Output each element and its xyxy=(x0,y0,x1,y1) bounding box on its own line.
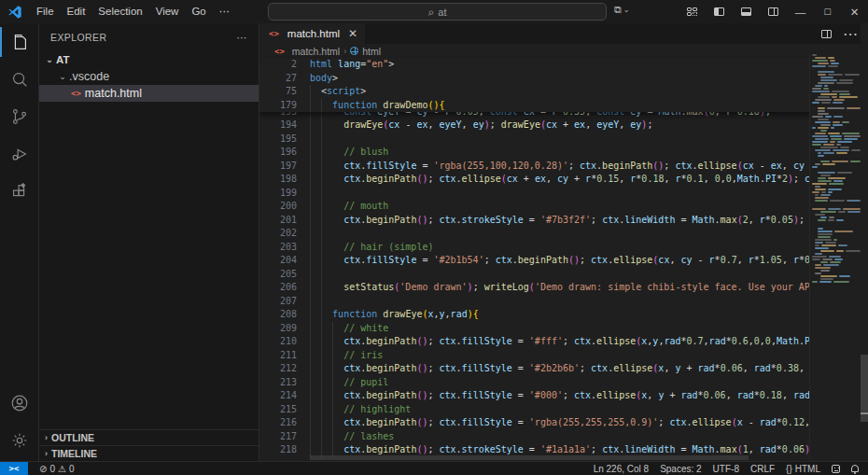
code-line[interactable]: 209 // white xyxy=(259,322,868,336)
line-number[interactable]: 212 xyxy=(259,362,297,376)
line-number[interactable]: 213 xyxy=(259,376,297,390)
sticky-line[interactable]: 27body> xyxy=(259,72,868,86)
line-number[interactable]: 205 xyxy=(259,268,297,282)
line-number[interactable]: 197 xyxy=(259,160,297,174)
editor-more-icon[interactable]: ⋯ xyxy=(843,25,859,43)
code-line[interactable]: 196 // blush xyxy=(259,146,868,160)
timeline-section[interactable]: › TIMELINE xyxy=(39,445,259,461)
line-number[interactable]: 204 xyxy=(259,254,297,268)
explorer-more-icon[interactable]: ⋯ xyxy=(237,32,248,43)
code-line[interactable]: 198 ctx.beginPath(); ctx.ellipse(cx + ex… xyxy=(259,173,868,187)
toggle-secondary-sidebar-icon[interactable] xyxy=(760,0,787,23)
line-number[interactable]: 201 xyxy=(259,214,297,228)
tree-item-match-html[interactable]: <>match.html xyxy=(39,85,259,102)
code-line[interactable]: 206 setStatus('Demo drawn'); writeLog('D… xyxy=(259,281,868,295)
code-line[interactable]: 208 function drawEye(x,y,rad){ xyxy=(259,308,868,322)
code-line[interactable]: 207 xyxy=(259,295,868,309)
tab-match-html[interactable]: <> match.html ✕ xyxy=(259,23,365,44)
horizontal-scrollbar-thumb[interactable] xyxy=(310,455,749,460)
code-line[interactable]: 197 ctx.fillStyle = 'rgba(255,100,120,0.… xyxy=(259,160,868,174)
line-number[interactable]: 196 xyxy=(259,146,297,160)
code-line[interactable]: 212 ctx.beginPath(); ctx.fillStyle = '#2… xyxy=(259,362,868,376)
breadcrumb[interactable]: <> match.html › html xyxy=(259,44,868,58)
layout-dropdown[interactable]: ⧉ ⌄ xyxy=(614,4,630,16)
remote-indicator[interactable]: >< xyxy=(0,462,28,475)
menu-more[interactable]: ⋯ xyxy=(213,0,237,23)
problems-status[interactable]: ⊘ 0 ⚠ 0 xyxy=(34,462,79,475)
horizontal-scrollbar[interactable] xyxy=(310,455,808,460)
tree-item--vscode[interactable]: ⌄.vscode xyxy=(39,68,259,85)
menu-file[interactable]: File xyxy=(30,0,61,23)
activity-run-debug-icon[interactable] xyxy=(0,135,39,173)
line-number[interactable]: 215 xyxy=(259,403,297,417)
toggle-panel-icon[interactable] xyxy=(733,0,760,23)
sticky-line[interactable]: 2html lang="en"> xyxy=(259,58,868,72)
line-number[interactable]: 211 xyxy=(259,349,297,363)
outline-section[interactable]: › OUTLINE xyxy=(39,429,259,445)
code-line[interactable]: 200 // mouth xyxy=(259,200,868,214)
maximize-button[interactable]: ☐ xyxy=(814,0,841,23)
code-line[interactable]: 194 drawEye(cx - ex, eyeY, ey); drawEye(… xyxy=(259,119,868,133)
code-line[interactable]: 195 xyxy=(259,133,868,147)
code-line[interactable]: 211 // iris xyxy=(259,349,868,363)
code-line[interactable]: 210 ctx.beginPath(); ctx.fillStyle = '#f… xyxy=(259,335,868,349)
menu-go[interactable]: Go xyxy=(185,0,212,23)
line-number[interactable]: 214 xyxy=(259,389,297,403)
language-mode[interactable]: {} HTML xyxy=(780,462,826,475)
line-number[interactable]: 193 xyxy=(259,112,297,119)
code-line[interactable]: 204 ctx.fillStyle = '#2b1b54'; ctx.begin… xyxy=(259,254,868,268)
sticky-line[interactable]: 179 function drawDemo(){ xyxy=(259,99,868,113)
eol-status[interactable]: CRLF xyxy=(745,462,780,475)
code-line[interactable]: 202 xyxy=(259,227,868,241)
line-number[interactable]: 194 xyxy=(259,119,297,133)
settings-gear-icon[interactable] xyxy=(0,422,39,459)
minimap[interactable] xyxy=(809,54,861,461)
breadcrumb-file[interactable]: match.html xyxy=(292,46,340,57)
line-number[interactable]: 203 xyxy=(259,241,297,255)
encoding-status[interactable]: UTF-8 xyxy=(707,462,745,475)
line-number[interactable]: 206 xyxy=(259,281,297,295)
line-number[interactable]: 199 xyxy=(259,187,297,201)
code-area[interactable]: 193 const eyeY = cy - r*0.05; const ex =… xyxy=(259,112,868,475)
code-line[interactable]: 203 // hair (simple) xyxy=(259,241,868,255)
line-number[interactable]: 216 xyxy=(259,416,297,430)
line-number[interactable]: 202 xyxy=(259,227,297,241)
split-editor-icon[interactable] xyxy=(821,30,832,38)
sticky-line[interactable]: 75 <script> xyxy=(259,85,868,99)
breadcrumb-symbol[interactable]: html xyxy=(362,46,381,57)
menu-view[interactable]: View xyxy=(149,0,186,23)
activity-extensions-icon[interactable] xyxy=(0,173,39,210)
search-input[interactable]: ⌕ at xyxy=(268,3,607,21)
customize-layout-icon[interactable] xyxy=(679,0,706,23)
code-line[interactable]: 201 ctx.beginPath(); ctx.strokeStyle = '… xyxy=(259,214,868,228)
code-line[interactable]: 213 // pupil xyxy=(259,376,868,390)
line-number[interactable]: 208 xyxy=(259,308,297,322)
cursor-position[interactable]: Ln 226, Col 8 xyxy=(588,462,655,475)
vertical-scrollbar[interactable] xyxy=(861,23,868,461)
code-line[interactable]: 193 const eyeY = cy - r*0.05; const ex =… xyxy=(259,112,868,119)
activity-explorer-icon[interactable] xyxy=(0,23,39,61)
code-line[interactable]: 216 ctx.beginPath(); ctx.fillStyle = 'rg… xyxy=(259,416,868,430)
feedback-icon[interactable] xyxy=(826,462,846,475)
menu-edit[interactable]: Edit xyxy=(61,0,92,23)
line-number[interactable]: 210 xyxy=(259,335,297,349)
code-line[interactable]: 215 // highlight xyxy=(259,403,868,417)
line-number[interactable]: 27 xyxy=(259,72,297,86)
line-number[interactable]: 200 xyxy=(259,200,297,214)
toggle-sidebar-icon[interactable] xyxy=(706,0,733,23)
line-number[interactable]: 207 xyxy=(259,295,297,309)
line-number[interactable]: 75 xyxy=(259,85,297,99)
code-line[interactable]: 199 xyxy=(259,187,868,201)
line-number[interactable]: 198 xyxy=(259,173,297,187)
line-number[interactable]: 217 xyxy=(259,430,297,444)
tree-item-AT[interactable]: ⌄AT xyxy=(39,51,259,68)
code-line[interactable]: 214 ctx.beginPath(); ctx.fillStyle = '#0… xyxy=(259,389,868,403)
notifications-bell-icon[interactable] xyxy=(846,462,868,475)
accounts-icon[interactable] xyxy=(0,384,39,422)
activity-search-icon[interactable] xyxy=(0,61,39,98)
code-line[interactable]: 205 xyxy=(259,268,868,282)
line-number[interactable]: 179 xyxy=(259,99,297,113)
close-button[interactable]: ✕ xyxy=(841,0,868,23)
line-number[interactable]: 218 xyxy=(259,443,297,457)
tab-close-icon[interactable]: ✕ xyxy=(348,27,357,40)
